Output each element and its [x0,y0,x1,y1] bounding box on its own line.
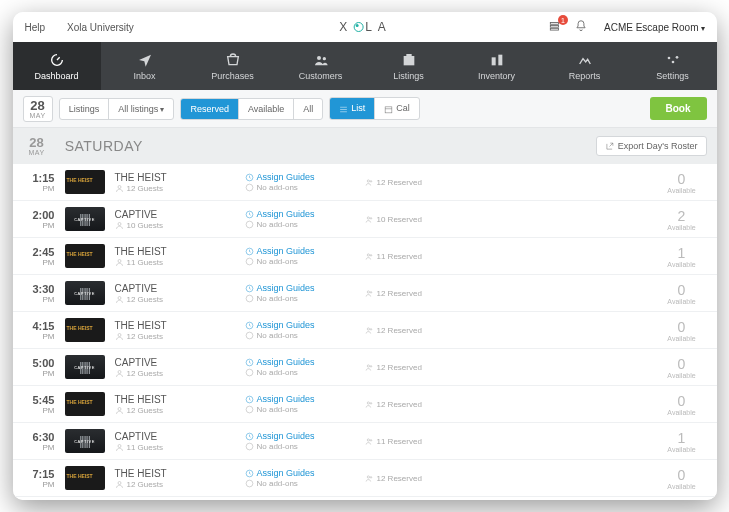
people-icon [365,437,374,446]
filter-available[interactable]: Available [239,99,294,119]
available-count: 0Available [657,171,707,194]
event-time: 5:00PM [23,357,55,378]
svg-rect-18 [385,106,392,112]
nav-reports[interactable]: Reports [541,42,629,90]
available-count: 0Available [657,393,707,416]
event-row[interactable]: 2:45PMTHE HEIST11 GuestsAssign GuidesNo … [13,238,717,275]
event-actions: Assign GuidesNo add-ons [245,209,355,229]
xola-university-link[interactable]: Xola University [67,22,134,33]
svg-point-23 [367,179,369,181]
event-row[interactable]: 2:00PMCAPTIVE10 GuestsAssign GuidesNo ad… [13,201,717,238]
nav-listings[interactable]: Listings [365,42,453,90]
available-count: 0Available [657,282,707,305]
reserved-count: 12 Reserved [365,363,455,372]
event-thumbnail [65,355,105,379]
addons-text: No add-ons [245,479,355,488]
filter-reserved[interactable]: Reserved [181,99,239,119]
clock-icon [245,469,254,478]
assign-guides-link[interactable]: Assign Guides [245,246,355,256]
event-info: CAPTIVE11 Guests [115,431,235,452]
svg-point-14 [675,56,678,59]
event-time: 5:45PM [23,394,55,415]
svg-point-47 [246,369,253,376]
svg-rect-0 [550,23,558,25]
nav-customers[interactable]: Customers [277,42,365,90]
people-icon [365,178,374,187]
assign-guides-link[interactable]: Assign Guides [245,394,355,404]
assign-guides-link[interactable]: Assign Guides [245,431,355,441]
event-row[interactable]: 5:00PMCAPTIVE12 GuestsAssign GuidesNo ad… [13,349,717,386]
company-switcher[interactable]: ACME Escape Room▾ [604,22,704,33]
svg-point-29 [370,217,372,219]
help-link[interactable]: Help [25,22,46,33]
chevron-down-icon: ▾ [701,24,705,33]
event-info: THE HEIST12 Guests [115,394,235,415]
event-row[interactable]: 7:15PMTHE HEIST12 GuestsAssign GuidesNo … [13,460,717,497]
event-row[interactable]: 1:15PMTHE HEIST12 GuestsAssign GuidesNo … [13,164,717,201]
nav-inbox[interactable]: Inbox [101,42,189,90]
addons-text: No add-ons [245,257,355,266]
assign-guides-link[interactable]: Assign Guides [245,283,355,293]
available-count: 1Available [657,430,707,453]
tag-icon [245,257,254,266]
event-row[interactable]: 5:45PMTHE HEIST12 GuestsAssign GuidesNo … [13,386,717,423]
assign-guides-link[interactable]: Assign Guides [245,209,355,219]
event-actions: Assign GuidesNo add-ons [245,320,355,340]
event-info: CAPTIVE12 Guests [115,357,235,378]
listings-label: Listings [60,99,110,119]
clock-icon [245,432,254,441]
svg-point-13 [671,60,674,63]
svg-point-54 [370,402,372,404]
person-icon [115,295,124,304]
event-row[interactable]: 4:15PMTHE HEIST12 GuestsAssign GuidesNo … [13,312,717,349]
event-info: CAPTIVE10 Guests [115,209,235,230]
notifications-icon[interactable] [548,19,562,35]
reserved-count: 12 Reserved [365,400,455,409]
event-row[interactable]: 6:30PMCAPTIVE11 GuestsAssign GuidesNo ad… [13,423,717,460]
day-header: 28 MAY SATURDAY Export Day's Roster [13,128,717,164]
view-list[interactable]: List [330,98,375,118]
svg-rect-8 [498,54,502,65]
clock-icon [245,247,254,256]
assign-guides-link[interactable]: Assign Guides [245,172,355,182]
people-icon [365,363,374,372]
export-roster-button[interactable]: Export Day's Roster [596,136,707,156]
event-thumbnail [65,392,105,416]
top-right: ACME Escape Room▾ [548,19,704,35]
event-actions: Assign GuidesNo add-ons [245,246,355,266]
filter-all[interactable]: All [294,99,322,119]
addons-text: No add-ons [245,405,355,414]
clock-icon [245,321,254,330]
view-cal[interactable]: Cal [375,98,419,118]
tag-icon [245,479,254,488]
all-listings-dropdown[interactable]: All listings [109,99,173,119]
svg-point-12 [667,56,670,59]
nav-dashboard[interactable]: Dashboard [13,42,101,90]
tag-icon [245,405,254,414]
event-time: 4:15PM [23,320,55,341]
assign-guides-link[interactable]: Assign Guides [245,357,355,367]
svg-point-22 [246,184,253,191]
event-thumbnail [65,466,105,490]
book-button[interactable]: Book [650,97,707,120]
tag-icon [245,331,254,340]
clock-icon [245,358,254,367]
svg-point-50 [118,407,121,410]
svg-point-64 [370,476,372,478]
main-nav: DashboardInboxPurchasesCustomersListings… [13,42,717,90]
date-picker[interactable]: 28 MAY [23,96,53,122]
event-row[interactable]: 3:30PMCAPTIVE12 GuestsAssign GuidesNo ad… [13,275,717,312]
nav-settings[interactable]: Settings [629,42,717,90]
assign-guides-link[interactable]: Assign Guides [245,320,355,330]
addons-text: No add-ons [245,183,355,192]
tag-icon [245,294,254,303]
svg-point-27 [246,221,253,228]
reserved-count: 12 Reserved [365,474,455,483]
svg-point-42 [246,332,253,339]
assign-guides-link[interactable]: Assign Guides [245,468,355,478]
svg-point-49 [370,365,372,367]
nav-inventory[interactable]: Inventory [453,42,541,90]
nav-purchases[interactable]: Purchases [189,42,277,90]
bell-icon[interactable] [574,19,588,35]
reserved-count: 12 Reserved [365,178,455,187]
